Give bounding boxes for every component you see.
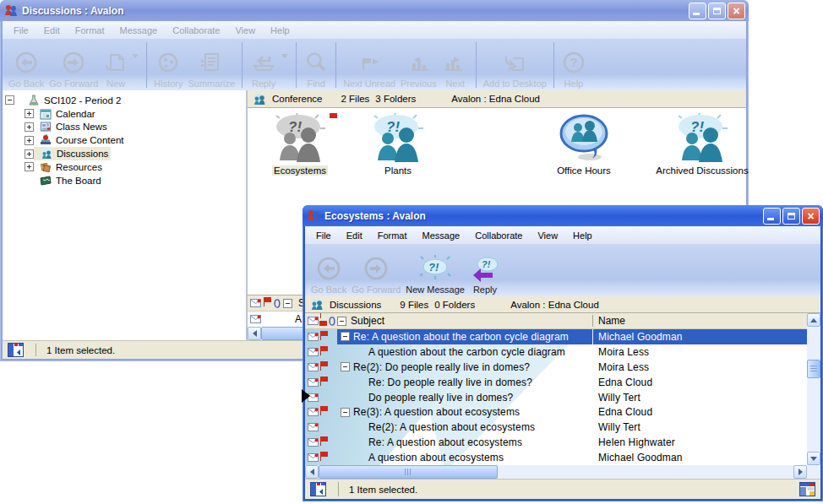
subject-column-header[interactable]: Subject: [337, 315, 592, 327]
reply-dropdown-arrow[interactable]: [281, 54, 288, 58]
message-list-header[interactable]: Subject Name: [305, 313, 807, 329]
ecosystems-window: Ecosystems : Avalon File Edit Format Mes…: [302, 205, 823, 501]
message-row[interactable]: Re(2): A question about ecosystems Willy…: [305, 420, 807, 435]
scrollbar-thumb[interactable]: [807, 360, 820, 378]
menu-item-message[interactable]: Message: [415, 230, 468, 241]
svg-text:?: ?: [570, 56, 578, 69]
name-column-header[interactable]: Name: [592, 315, 807, 327]
tree-item-the-board[interactable]: The Board: [3, 174, 246, 187]
next-button[interactable]: Next: [440, 41, 471, 89]
tree-item-resources[interactable]: Resources: [3, 160, 246, 174]
minimize-button[interactable]: [689, 3, 706, 19]
menu-item-collaborate[interactable]: Collaborate: [467, 230, 530, 241]
previous-icon: [405, 48, 432, 79]
menu-item-view[interactable]: View: [227, 25, 263, 35]
menu-item-file[interactable]: File: [6, 25, 36, 35]
toolbar: Go Back Go Forward New History Summarize: [3, 39, 746, 90]
menu-item-view[interactable]: View: [530, 230, 565, 241]
course-icon: [28, 95, 40, 106]
reply-button[interactable]: Reply: [248, 41, 280, 89]
expand-box[interactable]: [25, 109, 34, 118]
menu-item-collaborate[interactable]: Collaborate: [165, 25, 227, 35]
scroll-right-button[interactable]: [793, 465, 807, 479]
panel-toggle-icon[interactable]: [8, 343, 24, 357]
new-dropdown-arrow[interactable]: [132, 54, 139, 58]
message-row[interactable]: Re(3): A question about ecosystems Edna …: [305, 404, 807, 420]
collapse-thread-box[interactable]: [341, 408, 350, 417]
folder-count: 0 Folders: [434, 300, 475, 310]
collapse-box[interactable]: [5, 95, 14, 105]
go-forward-button[interactable]: Go Forward: [350, 247, 402, 295]
close-button[interactable]: [802, 208, 820, 225]
summarize-button[interactable]: Summarize: [187, 41, 237, 89]
titlebar[interactable]: Discussions : Avalon: [0, 0, 749, 21]
file-count: 9 Files: [400, 300, 428, 310]
vertical-scrollbar[interactable]: [807, 313, 820, 465]
minimize-button[interactable]: [763, 208, 781, 225]
go-forward-button[interactable]: Go Forward: [47, 41, 100, 89]
maximize-button[interactable]: [708, 3, 726, 19]
history-icon: [155, 48, 181, 79]
expand-box[interactable]: [25, 149, 34, 159]
menu-item-edit[interactable]: Edit: [36, 25, 68, 35]
next-unread-button[interactable]: Next Unread: [341, 41, 397, 89]
add-to-desktop-button[interactable]: Add to Desktop: [482, 41, 548, 89]
toolbar-separator: [476, 42, 477, 88]
new-message-button[interactable]: ?! New Message: [404, 247, 466, 295]
go-back-button[interactable]: Go Back: [309, 247, 348, 295]
menu-item-format[interactable]: Format: [68, 25, 112, 35]
scroll-down-button[interactable]: [807, 452, 820, 465]
collapse-thread-box[interactable]: [341, 362, 350, 371]
menu-item-edit[interactable]: Edit: [339, 230, 370, 241]
titlebar[interactable]: Ecosystems : Avalon: [302, 205, 823, 226]
toolbar-separator: [296, 42, 297, 88]
scroll-left-button[interactable]: [248, 327, 261, 340]
history-button[interactable]: History: [152, 41, 184, 89]
expand-box[interactable]: [25, 136, 34, 145]
tree-item-class-news[interactable]: Class News: [3, 121, 246, 134]
tree-item-calendar[interactable]: Calendar: [3, 107, 246, 121]
message-row[interactable]: Do people really live in domes? Willy Te…: [305, 390, 807, 405]
scrollbar-thumb[interactable]: [319, 465, 498, 479]
tree-item-discussions[interactable]: Discussions: [3, 147, 246, 160]
menu-item-help[interactable]: Help: [565, 230, 600, 241]
menu-bar: File Edit Format Message Collaborate Vie…: [305, 226, 820, 244]
svg-text:?!: ?!: [482, 259, 491, 269]
new-button[interactable]: New: [101, 41, 130, 89]
close-button[interactable]: [728, 3, 745, 19]
collapse-thread-box[interactable]: [341, 332, 350, 341]
menu-item-message[interactable]: Message: [112, 25, 166, 35]
conference-item-office-hours[interactable]: Office Hours: [542, 113, 626, 176]
discussions-icon: [41, 148, 52, 160]
message-row[interactable]: Re: Do people really live in domes? Edna…: [305, 375, 807, 390]
tree-item-sci102[interactable]: SCI102 - Period 2: [3, 94, 246, 107]
flag-icon: [320, 346, 328, 358]
conference-item-plants[interactable]: ?! Plants: [357, 113, 439, 176]
next-icon: [442, 48, 469, 79]
scroll-left-button[interactable]: [305, 465, 319, 479]
menu-item-file[interactable]: File: [308, 230, 339, 241]
new-message-icon: ?!: [419, 254, 451, 285]
help-button[interactable]: ? Help: [559, 41, 588, 89]
scroll-up-button[interactable]: [807, 313, 820, 327]
view-layout-icon[interactable]: [799, 482, 815, 496]
conference-item-ecosystems[interactable]: ?! Ecosystems: [259, 113, 341, 176]
menu-item-format[interactable]: Format: [370, 230, 415, 241]
reply-button[interactable]: ?! Reply: [468, 247, 502, 295]
expand-box[interactable]: [25, 122, 34, 132]
find-button[interactable]: Find: [302, 41, 330, 89]
tree-item-course-content[interactable]: Course Content: [3, 133, 246, 147]
message-row[interactable]: A question about the carbon cycle diagra…: [305, 344, 807, 360]
panel-toggle-icon[interactable]: [310, 482, 326, 496]
message-row[interactable]: Re: A question about ecosystems Helen Hi…: [305, 435, 807, 450]
menu-item-help[interactable]: Help: [263, 25, 297, 35]
message-row[interactable]: Re(2): Do people really live in domes? M…: [305, 360, 807, 375]
message-row[interactable]: Re: A question about the carbon cycle di…: [305, 329, 807, 344]
conference-item-archived-discussions[interactable]: ?! Archived Discussions: [647, 113, 757, 176]
horizontal-scrollbar[interactable]: [305, 465, 807, 479]
message-row[interactable]: A question about ecosystems Michael Good…: [305, 450, 807, 465]
maximize-button[interactable]: [782, 208, 800, 225]
expand-box[interactable]: [25, 162, 34, 171]
previous-button[interactable]: Previous: [399, 41, 439, 89]
go-back-button[interactable]: Go Back: [7, 41, 46, 89]
